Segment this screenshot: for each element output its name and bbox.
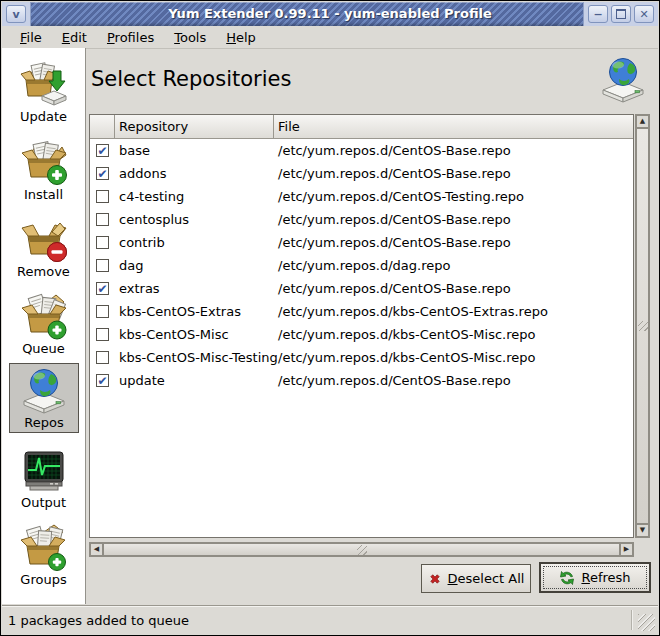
repo-name: dag bbox=[115, 258, 274, 273]
close-button[interactable]: ✕ bbox=[634, 5, 654, 23]
menu-tools[interactable]: Tools bbox=[164, 28, 216, 47]
repo-checkbox[interactable] bbox=[96, 259, 109, 272]
column-header-repository[interactable]: Repository bbox=[115, 115, 274, 139]
repo-checkbox[interactable] bbox=[96, 305, 109, 318]
table-row[interactable]: dag /etc/yum.repos.d/dag.repo bbox=[90, 254, 633, 277]
titlebar[interactable]: Yum Extender 0.99.11 - yum-enabled Profi… bbox=[2, 2, 658, 27]
menu-file[interactable]: File bbox=[10, 28, 52, 47]
queue-box-icon bbox=[20, 293, 68, 341]
window-menu-icon: v bbox=[12, 9, 19, 20]
install-box-icon bbox=[20, 139, 68, 187]
table-row[interactable]: c4-testing /etc/yum.repos.d/CentOS-Testi… bbox=[90, 185, 633, 208]
red-x-icon bbox=[428, 572, 442, 586]
scroll-left-icon[interactable]: ◀ bbox=[90, 543, 103, 556]
repo-checkbox[interactable]: ✔ bbox=[96, 282, 109, 295]
sidebar-item-label: Repos bbox=[10, 415, 78, 430]
sidebar-item-repos[interactable]: Repos bbox=[9, 363, 79, 433]
repo-table-header: Repository File bbox=[90, 115, 633, 139]
repo-file: /etc/yum.repos.d/CentOS-Base.repo bbox=[274, 212, 633, 227]
repo-checkbox[interactable] bbox=[96, 351, 109, 364]
table-row[interactable]: contrib /etc/yum.repos.d/CentOS-Base.rep… bbox=[90, 231, 633, 254]
sidebar-item-label: Output bbox=[2, 495, 85, 510]
repo-checkbox[interactable]: ✔ bbox=[96, 144, 109, 157]
repo-checkbox[interactable] bbox=[96, 236, 109, 249]
menu-profiles[interactable]: Profiles bbox=[97, 28, 164, 47]
vertical-scrollbar[interactable]: ▲ ▼ bbox=[635, 114, 650, 538]
sidebar-item-label: Groups bbox=[2, 572, 85, 587]
table-row[interactable]: ✔ extras /etc/yum.repos.d/CentOS-Base.re… bbox=[90, 277, 633, 300]
sidebar-item-update[interactable]: Update bbox=[2, 61, 85, 124]
sidebar-item-label: Remove bbox=[2, 264, 85, 279]
horizontal-scrollbar-thumb[interactable] bbox=[103, 543, 620, 556]
repo-checkbox[interactable]: ✔ bbox=[96, 374, 109, 387]
repo-file: /etc/yum.repos.d/CentOS-Base.repo bbox=[274, 143, 633, 158]
column-header-checkbox[interactable] bbox=[90, 115, 115, 139]
refresh-button[interactable]: Refresh bbox=[539, 562, 651, 593]
repo-file: /etc/yum.repos.d/dag.repo bbox=[274, 258, 633, 273]
close-icon: ✕ bbox=[639, 9, 648, 20]
repo-file: /etc/yum.repos.d/kbs-CentOS-Misc.repo bbox=[274, 327, 633, 342]
table-row[interactable]: kbs-CentOS-Extras /etc/yum.repos.d/kbs-C… bbox=[90, 300, 633, 323]
repo-name: kbs-CentOS-Misc-Testing bbox=[115, 350, 274, 365]
deselect-all-label: Deselect All bbox=[448, 571, 525, 586]
app-window: Yum Extender 0.99.11 - yum-enabled Profi… bbox=[0, 0, 660, 636]
menu-edit[interactable]: Edit bbox=[52, 28, 97, 47]
repo-file: /etc/yum.repos.d/CentOS-Base.repo bbox=[274, 281, 633, 296]
repo-name: kbs-CentOS-Misc bbox=[115, 327, 274, 342]
scroll-up-icon[interactable]: ▲ bbox=[636, 115, 649, 128]
repo-checkbox[interactable] bbox=[96, 190, 109, 203]
scroll-right-icon[interactable]: ▶ bbox=[620, 543, 633, 556]
vertical-scrollbar-thumb[interactable] bbox=[636, 128, 649, 524]
window-title: Yum Extender 0.99.11 - yum-enabled Profi… bbox=[2, 6, 658, 21]
repo-file: /etc/yum.repos.d/kbs-CentOS-Misc.repo bbox=[274, 350, 633, 365]
scroll-down-icon[interactable]: ▼ bbox=[636, 524, 649, 537]
sidebar-item-remove[interactable]: Remove bbox=[2, 216, 85, 279]
minimize-button[interactable]: − bbox=[588, 5, 608, 23]
table-row[interactable]: ✔ base /etc/yum.repos.d/CentOS-Base.repo bbox=[90, 139, 633, 162]
repo-name: c4-testing bbox=[115, 189, 274, 204]
repo-name: extras bbox=[115, 281, 274, 296]
update-box-icon bbox=[20, 61, 68, 109]
table-row[interactable]: kbs-CentOS-Misc-Testing /etc/yum.repos.d… bbox=[90, 346, 633, 369]
statusbar-divider bbox=[631, 610, 632, 630]
sidebar-item-groups[interactable]: Groups bbox=[2, 524, 85, 587]
window-menu-button[interactable]: v bbox=[6, 5, 26, 23]
statusbar: 1 packages added to queue bbox=[2, 605, 658, 634]
deselect-all-button[interactable]: Deselect All bbox=[421, 564, 531, 593]
scrollbar-grip bbox=[357, 545, 367, 555]
repo-file: /etc/yum.repos.d/CentOS-Testing.repo bbox=[274, 189, 633, 204]
output-monitor-icon bbox=[20, 447, 68, 495]
repo-table-body: ✔ base /etc/yum.repos.d/CentOS-Base.repo… bbox=[90, 139, 633, 392]
sidebar-item-queue[interactable]: Queue bbox=[2, 293, 85, 356]
horizontal-scrollbar[interactable]: ◀ ▶ bbox=[89, 542, 634, 557]
column-header-file[interactable]: File bbox=[274, 115, 633, 139]
table-row[interactable]: ✔ addons /etc/yum.repos.d/CentOS-Base.re… bbox=[90, 162, 633, 185]
table-row[interactable]: ✔ update /etc/yum.repos.d/CentOS-Base.re… bbox=[90, 369, 633, 392]
resize-grip[interactable] bbox=[638, 614, 655, 631]
repo-checkbox[interactable] bbox=[96, 328, 109, 341]
window-menu-area: v bbox=[2, 2, 31, 26]
repo-checkbox[interactable] bbox=[96, 213, 109, 226]
table-row[interactable]: kbs-CentOS-Misc /etc/yum.repos.d/kbs-Cen… bbox=[90, 323, 633, 346]
repo-file: /etc/yum.repos.d/kbs-CentOS-Extras.repo bbox=[274, 304, 633, 319]
table-row[interactable]: centosplus /etc/yum.repos.d/CentOS-Base.… bbox=[90, 208, 633, 231]
menubar: File Edit Profiles Tools Help bbox=[2, 26, 658, 49]
sidebar-item-label: Install bbox=[2, 187, 85, 202]
repo-name: kbs-CentOS-Extras bbox=[115, 304, 274, 319]
refresh-label: Refresh bbox=[581, 570, 630, 585]
repo-file: /etc/yum.repos.d/CentOS-Base.repo bbox=[274, 166, 633, 181]
groups-box-icon bbox=[20, 524, 68, 572]
minimize-icon: − bbox=[593, 9, 602, 20]
statusbar-text: 1 packages added to queue bbox=[8, 613, 189, 628]
maximize-button[interactable] bbox=[611, 5, 631, 23]
sidebar-item-label: Queue bbox=[2, 341, 85, 356]
repo-checkbox[interactable]: ✔ bbox=[96, 167, 109, 180]
repo-name: addons bbox=[115, 166, 274, 181]
repo-name: base bbox=[115, 143, 274, 158]
menu-help[interactable]: Help bbox=[216, 28, 266, 47]
sidebar-item-install[interactable]: Install bbox=[2, 139, 85, 202]
sidebar: Update Install bbox=[2, 48, 86, 604]
refresh-icon bbox=[559, 570, 575, 586]
repo-table: Repository File ✔ base /etc/yum.repos.d/… bbox=[89, 114, 634, 538]
sidebar-item-output[interactable]: Output bbox=[2, 447, 85, 510]
